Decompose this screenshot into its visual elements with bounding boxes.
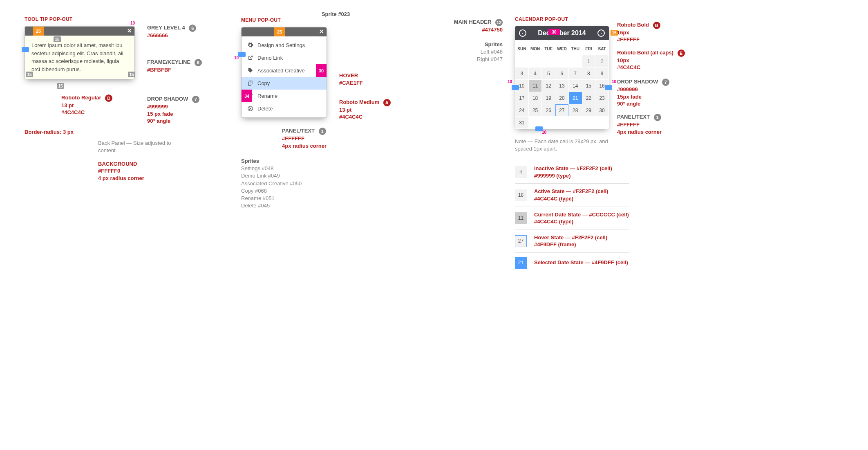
calendar-day[interactable]: 31 [515, 117, 528, 128]
legend-text: Inactive State — #F2F2F2 (cell)#999999 (… [534, 165, 612, 179]
legend-row: 27Hover State — #F2F2F2 (cell)#4F9DFF (f… [515, 230, 629, 253]
cal-font-b-color: #FFFFFF [617, 36, 699, 43]
tooltip-bar: 25 ✕ [25, 27, 134, 36]
calendar-day[interactable]: 7 [569, 68, 582, 79]
tooltip-panel: 25 ✕ Lorem ipsum dolor sit amet, massit … [25, 26, 135, 79]
panel-badge: 1 [319, 128, 326, 135]
calendar-day[interactable]: 21 [569, 92, 582, 104]
calendar-day[interactable]: 25 [529, 104, 542, 116]
dim-15: 15 [26, 72, 33, 77]
next-month-button[interactable]: › [597, 29, 605, 37]
calendar-day[interactable]: 30 [595, 104, 608, 116]
calendar-day[interactable]: 29 [582, 104, 595, 116]
calendar-day[interactable]: 14 [569, 80, 582, 92]
dim-15: 15 [57, 83, 64, 89]
calendar-day[interactable]: 17 [515, 92, 528, 104]
calendar-day[interactable]: 12 [542, 80, 555, 92]
sprite-023: Sprite #023 [322, 11, 350, 17]
frame-hex: #BFBFBF [147, 66, 202, 74]
menu-panel: 25 ✕ Design and Settings Demo Link 10 [241, 27, 327, 118]
calendar-day [529, 55, 542, 67]
menu-item-demo-link[interactable]: Demo Link 10 [242, 52, 327, 64]
calendar-day[interactable]: 3 [515, 68, 528, 79]
dim-15: 15 [128, 72, 135, 77]
tooltip-section-title: TOOL TIP POP-OUT [25, 16, 204, 22]
prev-month-button[interactable]: ‹ [519, 29, 526, 37]
calendar-day[interactable]: 26 [542, 104, 555, 116]
menu-section-title: MENU POP-OUT [241, 17, 281, 23]
marker-blue [22, 47, 29, 52]
calendar-day[interactable]: 22 [582, 92, 595, 104]
calendar-note: Note — Each date cell is 29x29 px. and s… [515, 138, 621, 153]
marker-blue [605, 85, 612, 90]
menu-item-copy[interactable]: Copy [242, 77, 327, 90]
cal-sprites-title: Sprites [485, 41, 503, 47]
menu-font-badge: A [383, 99, 391, 106]
calendar-day [582, 117, 595, 128]
grey4-hex: #666666 [147, 32, 196, 39]
calendar-dow: FRI [582, 43, 595, 55]
legend-cell: 21 [515, 257, 527, 269]
calendar-day [555, 55, 568, 67]
menu-item-rename[interactable]: Rename 34 [242, 90, 327, 102]
calendar-day[interactable]: 19 [542, 92, 555, 104]
calendar-dow: SUN [515, 43, 528, 55]
main-header-badge: 12 [495, 19, 503, 26]
calendar-day[interactable]: 15 [582, 80, 595, 92]
hover-hex: #CAE1FF [339, 79, 363, 87]
calendar-day[interactable]: 18 [529, 92, 542, 104]
background-label: BACKGROUND [98, 160, 204, 168]
calendar-day[interactable]: 1 [582, 55, 595, 67]
main-header-label: MAIN HEADER [454, 19, 492, 25]
cal-sprite-left: Left #046 [481, 49, 503, 55]
legend-text: Selected Date State — #4F9DFF (cell) [534, 259, 628, 266]
menu-item-design-settings[interactable]: Design and Settings [242, 39, 327, 52]
sprite-line: Settings #048 [241, 165, 405, 172]
cal-panel-badge: 1 [654, 114, 661, 121]
calendar-day[interactable]: 5 [542, 68, 555, 79]
calendar-day[interactable]: 11 [529, 80, 542, 92]
legend-cell: 11 [515, 212, 527, 224]
calendar-dow: MON [529, 43, 542, 55]
calendar-day[interactable]: 24 [515, 104, 528, 116]
calendar-day[interactable]: 9 [595, 68, 608, 79]
calendar-day[interactable]: 2 [595, 55, 608, 67]
calendar-day[interactable]: 13 [555, 80, 568, 92]
tooltip-bar-orange: 25 [33, 27, 44, 36]
menu-item-associated-creative[interactable]: Associated Creative 30 [242, 64, 327, 77]
cal-shadow-label: DROP SHADOW [617, 79, 658, 85]
close-icon[interactable]: ✕ [319, 28, 324, 35]
border-radius-note: Border-radius: 3 px [25, 128, 204, 136]
calendar-month: December 2014 [538, 29, 586, 37]
back-panel-note: Back Panel — Size adjusted to content. [98, 140, 180, 154]
calendar-day[interactable]: 6 [555, 68, 568, 79]
cal-panel-label: PANEL/TEXT [617, 114, 650, 120]
shadow-badge: 7 [192, 96, 199, 103]
legend-row: 4Inactive State — #F2F2F2 (cell)#999999 … [515, 161, 629, 184]
cal-font-e-label: Roboto Bold (all caps) [617, 50, 673, 56]
marker-blue [238, 52, 246, 57]
close-icon[interactable]: ✕ [127, 27, 132, 34]
legend-row: 21Selected Date State — #4F9DFF (cell) [515, 253, 629, 273]
cal-font-e-size: 10px [617, 57, 707, 64]
calendar-day [595, 117, 608, 128]
menu-bar-orange: 25 [274, 27, 285, 36]
panel-hex: #FFFFFF [282, 135, 405, 142]
cal-shadow-angle: 90° angle [617, 100, 699, 108]
tooltip-body-text: Lorem ipsum dolor sit amet, massit ipu s… [25, 36, 134, 79]
menu-item-delete[interactable]: Delete [242, 102, 327, 115]
menu-item-label: Copy [257, 80, 270, 86]
calendar-day[interactable]: 4 [529, 68, 542, 79]
calendar-section-title: CALENDAR POP-OUT [515, 16, 629, 22]
frame-label: FRAME/KEYLINE [147, 59, 190, 65]
calendar-day[interactable]: 27 [555, 104, 568, 116]
calendar-day [542, 117, 555, 128]
calendar-day[interactable]: 23 [595, 92, 608, 104]
calendar-day[interactable]: 28 [569, 104, 582, 116]
dim-10: 10 [542, 130, 546, 135]
calendar-day[interactable]: 20 [555, 92, 568, 104]
menu-font-label: Roboto Medium [339, 99, 379, 105]
cal-shadow-badge: 7 [662, 79, 669, 86]
legend-text: Active State — #F2F2F2 (cell)#4C4C4C (ty… [534, 188, 608, 202]
calendar-day[interactable]: 8 [582, 68, 595, 79]
